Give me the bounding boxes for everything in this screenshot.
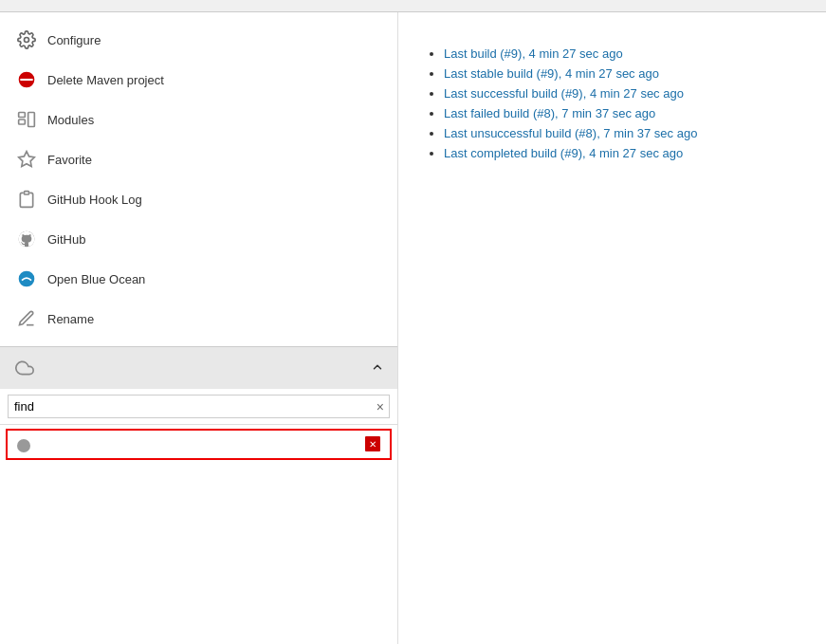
modules-icon: [15, 108, 38, 131]
build-search-input[interactable]: [8, 395, 390, 418]
sidebar-item-label: GitHub Hook Log: [47, 193, 142, 207]
build-item: ✕: [6, 429, 392, 460]
build-history-icon: [13, 357, 36, 379]
sidebar-item-configure[interactable]: Configure: [0, 20, 397, 60]
sidebar-item-label: Favorite: [47, 153, 92, 167]
permalink-item: Last unsuccessful build (#8), 7 min 37 s…: [444, 126, 799, 140]
build-history-header: [0, 346, 397, 389]
permalink-item: Last stable build (#9), 4 min 27 sec ago: [444, 66, 799, 81]
sidebar-item-label: GitHub: [47, 232, 85, 247]
permalink-item: Last failed build (#8), 7 min 37 sec ago: [444, 106, 799, 120]
permalink-link-5[interactable]: Last completed build (#9), 4 min 27 sec …: [444, 146, 683, 160]
permalink-item: Last completed build (#9), 4 min 27 sec …: [444, 146, 799, 160]
sidebar-item-label: Modules: [47, 113, 94, 127]
permalink-link-3[interactable]: Last failed build (#8), 7 min 37 sec ago: [444, 106, 655, 120]
permalink-link-1[interactable]: Last stable build (#9), 4 min 27 sec ago: [444, 66, 659, 81]
delete-icon: [15, 68, 38, 91]
sidebar-item-favorite[interactable]: Favorite: [0, 139, 397, 179]
collapse-icon[interactable]: [371, 360, 384, 377]
build-status-icon: [17, 439, 30, 452]
build-history-header-right: [363, 360, 384, 377]
svg-rect-3: [19, 113, 26, 118]
permalinks-list: Last build (#9), 4 min 27 sec agoLast st…: [425, 46, 799, 160]
sidebar-item-rename[interactable]: Rename: [0, 299, 397, 339]
rename-icon: [15, 307, 38, 330]
permalink-item: Last successful build (#9), 4 min 27 sec…: [444, 86, 799, 101]
github-icon: [15, 228, 38, 250]
sidebar-item-modules[interactable]: Modules: [0, 100, 397, 139]
permalink-link-0[interactable]: Last build (#9), 4 min 27 sec ago: [444, 46, 623, 61]
build-search-wrapper: ×: [8, 395, 390, 418]
sidebar-menu: Configure Delete Maven project Modules F…: [0, 12, 397, 346]
build-search-clear-icon[interactable]: ×: [376, 399, 384, 414]
permalink-link-4[interactable]: Last unsuccessful build (#8), 7 min 37 s…: [444, 126, 697, 140]
svg-rect-5: [28, 113, 35, 127]
build-search-container: ×: [0, 389, 397, 425]
sidebar: Configure Delete Maven project Modules F…: [0, 12, 398, 644]
permalink-item: Last build (#9), 4 min 27 sec ago: [444, 46, 799, 61]
sidebar-item-github-hook-log[interactable]: GitHub Hook Log: [0, 179, 397, 219]
sidebar-item-open-blue-ocean[interactable]: Open Blue Ocean: [0, 259, 397, 299]
content-area: Last build (#9), 4 min 27 sec agoLast st…: [398, 12, 826, 644]
build-stop-button[interactable]: ✕: [365, 436, 380, 451]
sidebar-item-delete-maven[interactable]: Delete Maven project: [0, 60, 397, 100]
blueocean-icon: [15, 267, 38, 290]
svg-rect-7: [25, 192, 29, 194]
svg-marker-6: [19, 152, 35, 167]
svg-rect-4: [19, 120, 26, 124]
permalink-link-2[interactable]: Last successful build (#9), 4 min 27 sec…: [444, 86, 684, 101]
sidebar-item-label: Delete Maven project: [47, 73, 164, 87]
sidebar-item-label: Open Blue Ocean: [47, 272, 145, 286]
gear-icon: [15, 28, 38, 51]
sidebar-item-label: Rename: [47, 312, 94, 326]
clipboard-icon: [15, 188, 38, 211]
breadcrumb: [0, 0, 826, 12]
svg-point-0: [25, 38, 29, 43]
star-icon: [15, 148, 38, 171]
sidebar-item-label: Configure: [47, 33, 101, 47]
sidebar-item-github[interactable]: GitHub: [0, 219, 397, 259]
build-history-header-left: [13, 357, 44, 379]
